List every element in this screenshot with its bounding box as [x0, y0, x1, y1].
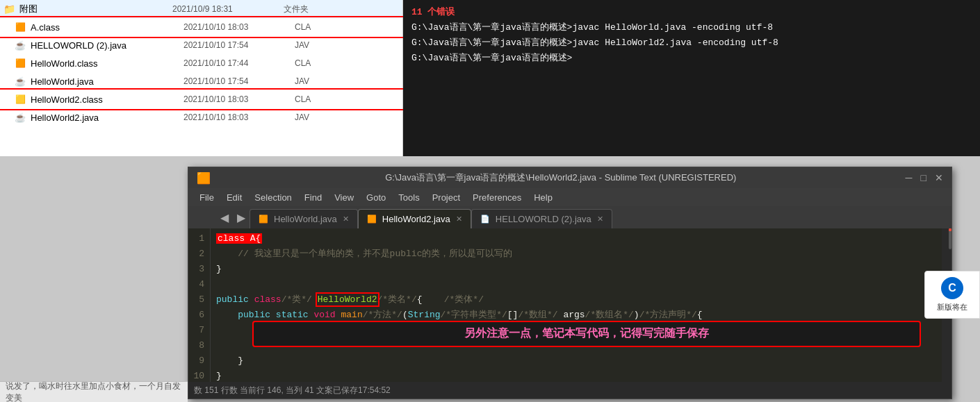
- status-text: 数 151 行数 当前行 146, 当列 41 文案已保存17:54:52: [194, 385, 391, 396]
- code-line-3: }: [216, 262, 936, 277]
- file-date: 2021/10/10 18:03: [183, 22, 295, 32]
- java-icon: ☕: [14, 39, 26, 51]
- file-name: HelloWorld2.class: [31, 94, 183, 105]
- class-icon: 🟧: [14, 57, 26, 69]
- cctalk-label: 新版将在: [929, 302, 975, 312]
- terminal-line: G:\Java语言\第一章java语言的概述>: [411, 51, 972, 64]
- line-numbers: 1 2 3 4 5 6 7 8 9 10 11: [188, 228, 211, 383]
- window-controls: ─ □ ✕: [906, 172, 943, 183]
- file-row[interactable]: 🟧 A.class 2021/10/10 18:03 CLA: [0, 18, 402, 36]
- menu-selection[interactable]: Selection: [249, 191, 297, 204]
- minimize-button[interactable]: ─: [906, 172, 913, 183]
- window-icon: 🟧: [197, 171, 211, 185]
- terminal-line: G:\Java语言\第一章java语言的概述>javac HelloWorld.…: [411, 21, 972, 33]
- file-row[interactable]: ☕ HelloWorld2.java 2021/10/10 18:03 JAV: [0, 108, 402, 126]
- tab-icon: 🟧: [259, 215, 268, 224]
- java-icon: ☕: [14, 111, 26, 124]
- tab-label: HelloWorld2.java: [382, 214, 450, 224]
- menu-view[interactable]: View: [329, 191, 359, 204]
- menu-tools[interactable]: Tools: [393, 191, 425, 204]
- file-type: CLA: [295, 58, 311, 68]
- file-name: HelloWorld.java: [31, 76, 183, 87]
- menu-file[interactable]: File: [194, 191, 220, 204]
- code-line-1: class A{: [216, 231, 936, 246]
- menu-help[interactable]: Help: [528, 191, 558, 204]
- file-row[interactable]: 📁 附图 2021/10/9 18:31 文件夹: [0, 0, 402, 18]
- menu-preferences[interactable]: Preferences: [467, 191, 527, 204]
- java-icon: ☕: [14, 75, 26, 87]
- file-row[interactable]: 🟨 HelloWorld2.class 2021/10/10 18:03 CLA: [0, 90, 402, 108]
- tab-helloworld[interactable]: 🟧 HelloWorld.java ✕: [250, 209, 358, 228]
- menu-find[interactable]: Find: [299, 191, 327, 204]
- file-row[interactable]: 🟧 HelloWorld.class 2021/10/10 17:44 CLA: [0, 54, 402, 72]
- terminal: 11 个错误 G:\Java语言\第一章java语言的概述>javac Hell…: [403, 0, 980, 156]
- tab-close-button[interactable]: ✕: [597, 215, 603, 224]
- terminal-line: 11 个错误: [411, 6, 972, 18]
- file-date: 2021/10/10 17:44: [183, 58, 295, 68]
- scroll-marker: [949, 228, 952, 231]
- file-name: A.class: [31, 22, 183, 33]
- file-name: 附图: [19, 3, 172, 15]
- file-type: CLA: [295, 22, 311, 32]
- tab-close-button[interactable]: ✕: [343, 215, 349, 224]
- class-icon: 🟧: [14, 21, 26, 33]
- terminal-text: G:\Java语言\第一章java语言的概述>javac HelloWorld2…: [411, 37, 778, 48]
- tab-icon: 🟧: [367, 215, 377, 224]
- code-editor[interactable]: 1 2 3 4 5 6 7 8 9 10 11 class A{ // 我这里只…: [188, 228, 952, 383]
- class2-icon: 🟨: [14, 93, 26, 106]
- maximize-button[interactable]: □: [921, 172, 926, 183]
- code-line-10: }: [216, 369, 936, 383]
- menu-edit[interactable]: Edit: [221, 191, 247, 204]
- terminal-text: G:\Java语言\第一章java语言的概述>javac HelloWorld.…: [411, 22, 773, 33]
- menubar: File Edit Selection Find View Goto Tools…: [188, 188, 952, 206]
- file-row[interactable]: ☕ HelloWorld.java 2021/10/10 17:54 JAV: [0, 72, 402, 90]
- bottom-notification-bar: 说发了，喝水时往水里加点小食材，一个月自发变美: [0, 381, 188, 402]
- menu-project[interactable]: Project: [427, 191, 466, 204]
- tab-helloworld2[interactable]: 🟧 HelloWorld2.java ✕: [358, 209, 471, 228]
- menu-goto[interactable]: Goto: [361, 191, 391, 204]
- file-date: 2021/10/10 17:54: [183, 76, 295, 86]
- cctalk-icon: C: [941, 277, 963, 299]
- file-explorer: 📁 附图 2021/10/9 18:31 文件夹 🟧 A.class 2021/…: [0, 0, 403, 156]
- file-type: CLA: [295, 94, 311, 104]
- tab-bar: ◀ ▶ 🟧 HelloWorld.java ✕ 🟧 HelloWorld2.ja…: [188, 206, 952, 228]
- file-date: 2021/10/9 18:31: [172, 4, 284, 14]
- code-content[interactable]: class A{ // 我这里只是一个单纯的类，并不是public的类，所以是可…: [211, 228, 942, 383]
- cctalk-icon-letter: C: [948, 282, 956, 294]
- scrollbar-thumb[interactable]: [949, 228, 952, 249]
- tab-close-button[interactable]: ✕: [456, 215, 462, 224]
- class-highlight: class A{: [216, 233, 262, 244]
- terminal-line: G:\Java语言\第一章java语言的概述>javac HelloWorld2…: [411, 36, 972, 49]
- code-line-5: public class/*类*/ HelloWorld2/*类名*/{ /*类…: [216, 292, 936, 308]
- file-type: JAV: [295, 40, 309, 50]
- notification-text: 说发了，喝水时往水里加点小食材，一个月自发变美: [6, 381, 182, 402]
- folder-icon: 📁: [3, 3, 15, 15]
- tab-label: HelloWorld.java: [274, 214, 337, 224]
- notice-box: 另外注意一点，笔记本写代码，记得写完随手保存: [252, 321, 921, 347]
- window-title: G:\Java语言\第一章java语言的概述\HelloWorld2.java …: [385, 171, 736, 184]
- file-date: 2021/10/10 17:54: [183, 40, 295, 50]
- code-line-4: [216, 277, 936, 292]
- close-button[interactable]: ✕: [935, 172, 943, 183]
- tab-label: HELLOWORLD (2).java: [496, 214, 591, 224]
- tab-icon: 📄: [480, 215, 490, 224]
- tab-nav-left[interactable]: ◀: [216, 211, 233, 224]
- tab-nav-right[interactable]: ▶: [233, 211, 250, 224]
- file-name: HelloWorld2.java: [31, 112, 183, 123]
- terminal-error: 11 个错误: [411, 7, 455, 17]
- file-date: 2021/10/10 18:03: [183, 94, 295, 104]
- file-date: 2021/10/10 18:03: [183, 112, 295, 122]
- sublime-text-window: 🟧 G:\Java语言\第一章java语言的概述\HelloWorld2.jav…: [188, 167, 952, 399]
- tab-helloworld-dup[interactable]: 📄 HELLOWORLD (2).java ✕: [471, 209, 612, 228]
- code-line-2: // 我这里只是一个单纯的类，并不是public的类，所以是可以写的: [216, 246, 936, 262]
- notice-text: 另外注意一点，笔记本写代码，记得写完随手保存: [464, 328, 709, 340]
- cctalk-panel[interactable]: C 新版将在: [924, 271, 980, 319]
- file-row[interactable]: ☕ HELLOWORLD (2).java 2021/10/10 17:54 J…: [0, 36, 402, 54]
- code-line-9: }: [216, 353, 936, 369]
- file-name: HelloWorld.class: [31, 58, 183, 69]
- sublime-titlebar: 🟧 G:\Java语言\第一章java语言的概述\HelloWorld2.jav…: [188, 167, 952, 188]
- file-type: JAV: [295, 76, 309, 86]
- file-type: JAV: [295, 112, 309, 122]
- file-name: HELLOWORLD (2).java: [31, 40, 183, 51]
- file-type: 文件夹: [284, 3, 309, 15]
